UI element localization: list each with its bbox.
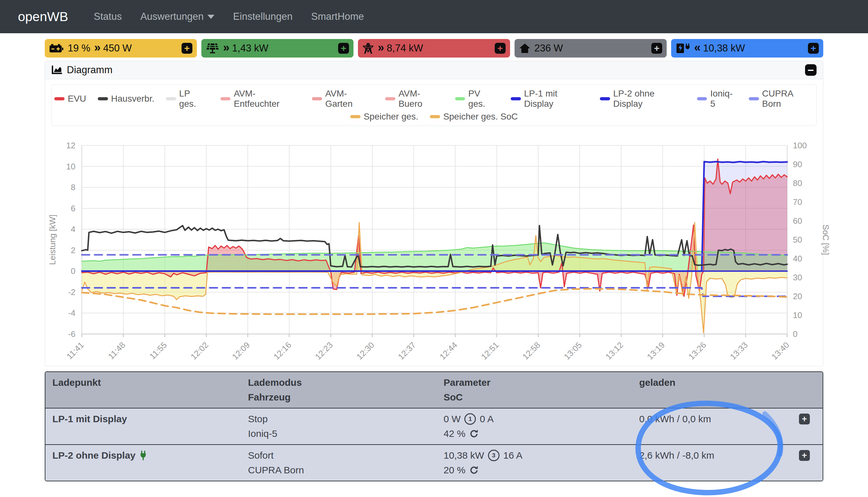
legend-item[interactable]: EVU <box>54 88 86 109</box>
svg-text:13:12: 13:12 <box>604 340 625 361</box>
legend-item[interactable]: PV ges. <box>455 88 499 109</box>
svg-text:60: 60 <box>793 216 802 226</box>
legend-item[interactable]: Speicher ges. SoC <box>430 112 518 122</box>
svg-text:-4: -4 <box>68 308 75 318</box>
svg-text:2: 2 <box>71 245 75 255</box>
grid-expand-button[interactable]: + <box>495 43 506 54</box>
legend-item[interactable]: Ioniq-5 <box>697 88 737 109</box>
svg-text:11:41: 11:41 <box>65 340 86 361</box>
lp2-expand-button[interactable]: + <box>799 450 810 461</box>
diagram-panel: Diagramm − EVUHausverbr.LP ges.AVM-Entfe… <box>45 61 823 366</box>
header-lademodus-fahrzeug: LademodusFahrzeug <box>248 375 444 404</box>
charge-mode: Sofort <box>248 448 444 463</box>
nav-item-status[interactable]: Status <box>94 11 122 23</box>
nav-item-auswertungen[interactable]: Auswertungen <box>140 11 214 23</box>
legend-swatch <box>600 97 610 100</box>
lp1-expand-button[interactable]: + <box>799 414 810 424</box>
svg-text:0: 0 <box>71 266 75 276</box>
svg-text:12:09: 12:09 <box>230 340 252 361</box>
refresh-icon[interactable] <box>469 429 479 439</box>
chevrons-right-icon: » <box>94 41 99 54</box>
legend-item[interactable]: AVM-Garten <box>312 88 374 109</box>
legend-item[interactable]: LP-2 ohne Display <box>600 88 685 109</box>
collapse-panel-button[interactable]: − <box>805 64 816 76</box>
svg-text:12: 12 <box>66 141 75 150</box>
chevron-down-icon <box>208 15 214 19</box>
svg-text:10: 10 <box>66 162 75 171</box>
chargepoint-table: Ladepunkt LademodusFahrzeug ParameterSoC… <box>45 371 823 481</box>
vehicle-name: CUPRA Born <box>248 463 444 478</box>
charged-value: 0,0 kWh / 0,0 km <box>639 412 799 426</box>
svg-text:13:05: 13:05 <box>562 340 584 361</box>
legend-swatch <box>385 97 395 100</box>
charge-power: 10,38 kW <box>703 43 745 54</box>
svg-text:-2: -2 <box>68 287 75 297</box>
charge-expand-button[interactable]: + <box>808 43 819 54</box>
house-badge[interactable]: 236 W + <box>514 39 667 58</box>
legend-swatch <box>166 97 176 100</box>
legend-item[interactable]: LP ges. <box>166 88 209 109</box>
pv-expand-button[interactable]: + <box>338 43 349 54</box>
vehicle-name: Ioniq-5 <box>248 426 444 441</box>
legend-swatch <box>697 97 707 100</box>
battery-soc: 19 % <box>68 43 90 54</box>
svg-text:13:33: 13:33 <box>728 340 750 361</box>
chevrons-right-icon: » <box>223 41 228 54</box>
chart-legend: EVUHausverbr.LP ges.AVM-EntfeuchterAVM-G… <box>52 84 816 126</box>
battery-badge[interactable]: 19 % » 450 W + <box>45 39 197 58</box>
svg-text:12:44: 12:44 <box>438 340 459 361</box>
svg-text:50: 50 <box>793 235 802 244</box>
legend-swatch <box>350 115 360 118</box>
svg-text:12:51: 12:51 <box>479 340 500 361</box>
header-ladepunkt: Ladepunkt <box>53 375 248 404</box>
navbar: openWB Status Auswertungen Einstellungen… <box>0 0 868 33</box>
charge-badge[interactable]: « 10,38 kW + <box>671 39 823 58</box>
nav-item-smarthome[interactable]: SmartHome <box>311 11 364 23</box>
svg-text:11:48: 11:48 <box>106 340 127 361</box>
svg-text:20: 20 <box>793 292 802 301</box>
svg-text:4: 4 <box>71 224 75 234</box>
status-badges: 19 % » 450 W + » 1,43 kW + » 8,74 kW + 2… <box>45 39 823 58</box>
legend-swatch <box>220 97 231 100</box>
nav-item-einstellungen[interactable]: Einstellungen <box>233 11 293 23</box>
refresh-icon[interactable] <box>469 465 479 475</box>
svg-text:6: 6 <box>71 203 75 213</box>
svg-text:100: 100 <box>793 141 807 150</box>
svg-text:13:26: 13:26 <box>686 340 708 361</box>
legend-swatch <box>98 97 108 100</box>
house-icon <box>519 43 530 53</box>
phases-icon: 3 <box>488 450 499 461</box>
svg-text:0: 0 <box>793 329 797 339</box>
soc-line: 42 % <box>444 426 639 441</box>
legend-item[interactable]: CUPRA Born <box>749 88 814 109</box>
parameter-line: 10,38 kW 3 16 A <box>444 448 639 463</box>
svg-text:11:55: 11:55 <box>148 340 169 361</box>
house-power: 236 W <box>534 43 563 54</box>
battery-expand-button[interactable]: + <box>182 43 193 54</box>
brand-logo[interactable]: openWB <box>18 9 68 24</box>
pv-badge[interactable]: » 1,43 kW + <box>201 39 354 58</box>
svg-text:13:40: 13:40 <box>770 340 791 361</box>
legend-row: EVUHausverbr.LP ges.AVM-EntfeuchterAVM-G… <box>54 88 814 109</box>
legend-item[interactable]: LP-1 mit Display <box>511 88 588 109</box>
svg-text:70: 70 <box>793 197 802 207</box>
chevrons-right-icon: » <box>378 41 383 54</box>
table-row-lp1: LP-1 mit Display Stop Ioniq-5 0 W 1 0 A … <box>45 408 823 444</box>
legend-item[interactable]: Speicher ges. <box>350 112 418 122</box>
legend-item[interactable]: AVM-Entfeuchter <box>220 88 300 109</box>
svg-text:12:30: 12:30 <box>355 340 376 361</box>
legend-swatch <box>511 97 521 100</box>
grid-badge[interactable]: » 8,74 kW + <box>358 39 510 58</box>
pv-power: 1,43 kW <box>232 43 268 54</box>
header-parameter-soc: ParameterSoC <box>444 375 639 404</box>
svg-text:12:02: 12:02 <box>188 340 210 361</box>
legend-swatch <box>54 97 65 100</box>
phases-icon: 1 <box>464 413 476 425</box>
nav-links: Status Auswertungen Einstellungen SmartH… <box>94 11 364 23</box>
house-expand-button[interactable]: + <box>651 43 662 54</box>
legend-item[interactable]: Hausverbr. <box>98 88 154 109</box>
legend-swatch <box>430 115 440 118</box>
legend-item[interactable]: AVM-Buero <box>385 88 443 109</box>
svg-text:10: 10 <box>793 310 802 320</box>
svg-text:SoC [%]: SoC [%] <box>821 224 830 255</box>
